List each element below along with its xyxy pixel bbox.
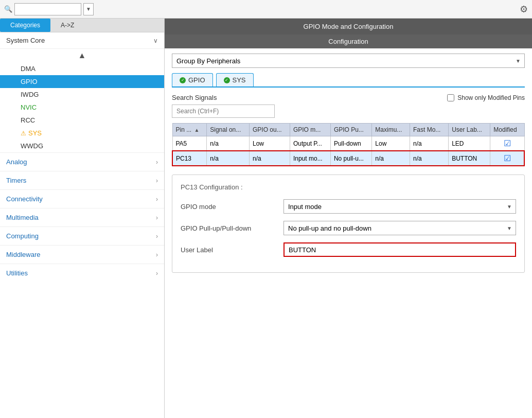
- tab-categories[interactable]: Categories: [0, 19, 50, 32]
- user-label-control: [283, 242, 516, 257]
- show-modified-label: Show only Modified Pins: [457, 94, 525, 101]
- config-header: Configuration: [165, 34, 532, 48]
- cell-signal-1: n/a: [207, 151, 250, 166]
- search-input[interactable]: [14, 3, 81, 15]
- gpio-pull-control: No pull-up and no pull-down Pull-up Pull…: [283, 221, 516, 235]
- sidebar-item-iwdg[interactable]: IWDG: [0, 88, 164, 101]
- computing-label: Computing: [6, 232, 39, 240]
- tab-sys[interactable]: SYS: [216, 73, 254, 86]
- col-pin: Pin ... ▲: [172, 124, 207, 136]
- col-signal: Signal on...: [207, 124, 250, 136]
- sidebar-item-nvic[interactable]: NVIC: [0, 101, 164, 114]
- col-gpio-mode: GPIO m...: [290, 124, 330, 136]
- sidebar-item-computing[interactable]: Computing ›: [0, 227, 164, 245]
- search-signals-label: Search Signals: [172, 94, 217, 101]
- cell-pin-0: PA5: [172, 136, 207, 151]
- col-max: Maximu...: [372, 124, 410, 136]
- cell-gpio-out-1: n/a: [249, 151, 290, 166]
- show-modified-checkbox[interactable]: [447, 94, 454, 101]
- sidebar-item-middleware[interactable]: Middleware ›: [0, 245, 164, 264]
- sys-tab-dot: [224, 77, 230, 83]
- system-core-chevron: ∨: [153, 37, 158, 44]
- sidebar-item-dma[interactable]: DMA: [0, 62, 164, 75]
- sidebar-tabs: Categories A->Z: [0, 19, 164, 32]
- timers-chevron: ›: [156, 177, 158, 184]
- cell-gpio-mode-1: Input mo...: [290, 151, 330, 166]
- system-core-header[interactable]: System Core ∨: [0, 32, 164, 49]
- tab-gpio[interactable]: GPIO: [172, 73, 213, 86]
- sidebar-content: System Core ∨ ▲ DMA GPIO IWDG NVIC RCC ⚠…: [0, 32, 164, 418]
- sidebar-item-timers[interactable]: Timers ›: [0, 171, 164, 189]
- gpio-tab-label: GPIO: [188, 76, 205, 84]
- search-signals-row: Search Signals Show only Modified Pins: [172, 94, 525, 101]
- user-label-row: User Label: [181, 242, 516, 257]
- sidebar: Categories A->Z System Core ∨ ▲ DMA GPIO…: [0, 19, 165, 418]
- upload-arrow: ▲: [0, 49, 164, 62]
- main-layout: Categories A->Z System Core ∨ ▲ DMA GPIO…: [0, 19, 532, 418]
- warning-icon: ⚠: [21, 130, 26, 137]
- gpio-table: Pin ... ▲ Signal on... GPIO ou... GPIO m…: [172, 123, 525, 166]
- sys-label: SYS: [28, 129, 42, 137]
- tab-a-to-z[interactable]: A->Z: [50, 19, 84, 32]
- cell-fast-0: n/a: [410, 136, 448, 151]
- col-gpio-out: GPIO ou...: [249, 124, 290, 136]
- col-modified: Modified: [490, 124, 524, 136]
- connectivity-label: Connectivity: [6, 195, 43, 203]
- search-area: 🔍 ▼: [4, 3, 94, 15]
- search-dropdown-button[interactable]: ▼: [83, 3, 94, 15]
- user-label-input[interactable]: [283, 242, 516, 257]
- gear-icon[interactable]: ⚙: [520, 4, 528, 15]
- top-bar: 🔍 ▼ ⚙: [0, 0, 532, 19]
- panel-title: GPIO Mode and Configuration: [165, 19, 532, 34]
- sidebar-item-rcc[interactable]: RCC: [0, 114, 164, 127]
- cell-gpio-pu-0: Pull-down: [330, 136, 371, 151]
- table-row[interactable]: PC13 n/a n/a Input mo... No pull-u... n/…: [172, 151, 524, 166]
- user-label-label: User Label: [181, 246, 283, 254]
- multimedia-chevron: ›: [156, 214, 158, 221]
- cell-label-1: BUTTON: [449, 151, 490, 166]
- gpio-tab-dot: [180, 77, 186, 83]
- computing-chevron: ›: [156, 233, 158, 240]
- system-core-label: System Core: [6, 37, 45, 44]
- sidebar-item-gpio[interactable]: GPIO: [0, 75, 164, 88]
- group-by-select[interactable]: Group By Peripherals Group By Modes: [172, 54, 525, 68]
- cell-gpio-pu-1: No pull-u...: [330, 151, 371, 166]
- cell-max-1: n/a: [372, 151, 410, 166]
- analog-chevron: ›: [156, 159, 158, 166]
- group-select-row: Group By Peripherals Group By Modes: [172, 54, 525, 68]
- sidebar-item-utilities[interactable]: Utilities ›: [0, 264, 164, 282]
- multimedia-label: Multimedia: [6, 214, 39, 221]
- cell-pin-1: PC13: [172, 151, 207, 166]
- sidebar-item-sys[interactable]: ⚠ SYS: [0, 127, 164, 140]
- cell-max-0: Low: [372, 136, 410, 151]
- gpio-pull-select-wrap: No pull-up and no pull-down Pull-up Pull…: [283, 221, 516, 235]
- gpio-pull-row: GPIO Pull-up/Pull-down No pull-up and no…: [181, 221, 516, 235]
- gpio-pull-select[interactable]: No pull-up and no pull-down Pull-up Pull…: [283, 221, 516, 235]
- cell-gpio-out-0: Low: [249, 136, 290, 151]
- timers-label: Timers: [6, 177, 26, 184]
- gpio-pull-label: GPIO Pull-up/Pull-down: [181, 224, 283, 232]
- cell-gpio-mode-0: Output P...: [290, 136, 330, 151]
- cell-modified-0[interactable]: ☑: [490, 136, 524, 151]
- sidebar-item-connectivity[interactable]: Connectivity ›: [0, 189, 164, 208]
- utilities-chevron: ›: [156, 270, 158, 277]
- right-panel: GPIO Mode and Configuration Configuratio…: [165, 19, 532, 418]
- connectivity-chevron: ›: [156, 196, 158, 203]
- gpio-mode-row: GPIO mode Input mode Output Push Pull Ou…: [181, 199, 516, 214]
- gpio-mode-control: Input mode Output Push Pull Output Open …: [283, 199, 516, 214]
- pc13-config-title: PC13 Configuration :: [181, 183, 516, 191]
- search-icon: 🔍: [4, 5, 12, 13]
- gpio-mode-label: GPIO mode: [181, 203, 283, 211]
- cell-label-0: LED: [449, 136, 490, 151]
- sidebar-item-wwdg[interactable]: WWDG: [0, 140, 164, 152]
- signal-search-input[interactable]: [172, 104, 275, 118]
- sidebar-item-multimedia[interactable]: Multimedia ›: [0, 208, 164, 227]
- gpio-mode-select-wrap: Input mode Output Push Pull Output Open …: [283, 199, 516, 214]
- table-row[interactable]: PA5 n/a Low Output P... Pull-down Low n/…: [172, 136, 524, 151]
- cell-modified-1[interactable]: ☑: [490, 151, 524, 166]
- config-body: Group By Peripherals Group By Modes GPIO…: [165, 48, 532, 418]
- gpio-mode-select[interactable]: Input mode Output Push Pull Output Open …: [283, 199, 516, 214]
- utilities-label: Utilities: [6, 269, 28, 277]
- sidebar-item-analog[interactable]: Analog ›: [0, 152, 164, 171]
- panel-tab-row: GPIO SYS: [172, 73, 525, 88]
